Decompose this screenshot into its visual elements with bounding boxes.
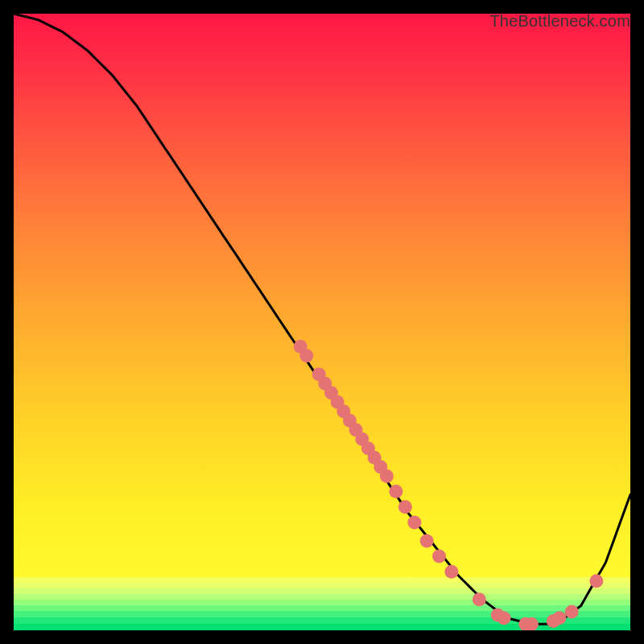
data-point [389,485,402,498]
band [14,588,630,594]
data-point [420,534,434,547]
data-point [525,617,539,630]
band [14,594,630,600]
band [14,611,630,617]
data-point [552,611,566,625]
data-point [444,565,458,579]
band [14,583,630,588]
data-point [432,550,446,564]
data-point [565,605,579,619]
chart-svg [14,14,630,630]
gradient-background [14,14,630,630]
plot-area [14,14,630,630]
data-point [398,500,412,514]
data-point [407,516,421,530]
chart-frame: TheBottleneck.com [14,14,630,630]
data-point [380,469,394,483]
band [14,577,630,583]
data-point [473,592,486,606]
band [14,600,630,605]
band [14,605,630,611]
data-point [589,574,603,588]
data-point [497,611,511,625]
data-point [299,349,313,363]
